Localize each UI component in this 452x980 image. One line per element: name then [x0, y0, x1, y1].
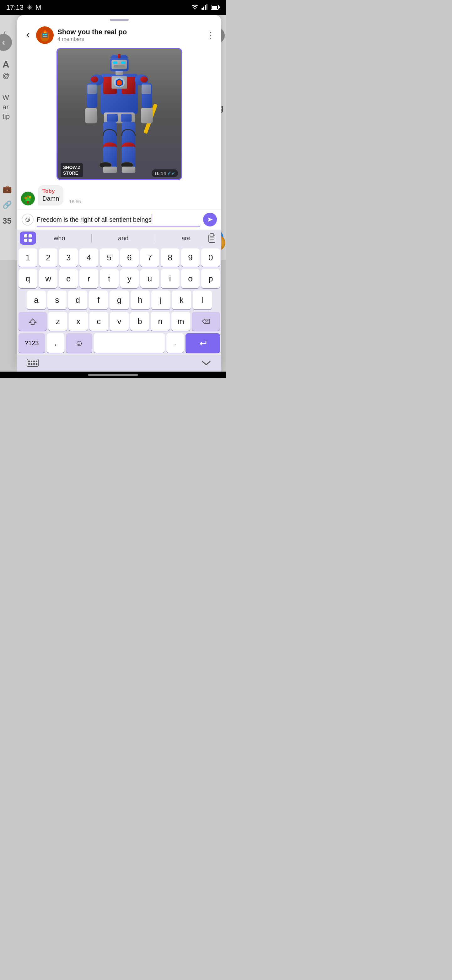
time: 17:13: [6, 3, 24, 12]
key-b[interactable]: b: [130, 312, 149, 331]
key-g[interactable]: g: [109, 291, 129, 309]
key-w[interactable]: w: [39, 269, 58, 288]
key-v[interactable]: v: [110, 312, 129, 331]
key-p[interactable]: p: [201, 269, 220, 288]
bg-briefcase: 💼: [3, 185, 12, 194]
shift-key[interactable]: [19, 312, 47, 331]
key-0[interactable]: 0: [201, 248, 220, 267]
key-c[interactable]: c: [89, 312, 108, 331]
modal-sheet: Show you the real po 4 members ⋮: [17, 15, 209, 372]
key-7[interactable]: 7: [140, 248, 159, 267]
keyboard-icon[interactable]: [27, 359, 39, 368]
sent-image: SHOW.Z STORE 16:14 ✓✓: [57, 48, 182, 180]
key-a[interactable]: a: [27, 291, 46, 309]
chat-title: Show you the real po: [57, 28, 205, 36]
suggest-and[interactable]: and: [116, 233, 131, 243]
sep2: [155, 234, 155, 242]
key-1[interactable]: 1: [19, 248, 37, 267]
key-i[interactable]: i: [161, 269, 179, 288]
svg-rect-78: [33, 363, 35, 365]
svg-rect-4: [206, 4, 208, 10]
svg-rect-50: [113, 61, 117, 64]
pull-handle[interactable]: [110, 19, 129, 21]
clipboard-button[interactable]: [205, 231, 219, 245]
grid-button[interactable]: [20, 231, 36, 245]
backspace-key[interactable]: [192, 312, 220, 331]
svg-rect-33: [141, 108, 152, 123]
key-m[interactable]: m: [171, 312, 190, 331]
svg-rect-7: [219, 6, 220, 8]
svg-point-61: [27, 196, 29, 197]
svg-point-60: [29, 196, 32, 199]
sep1: [91, 234, 92, 242]
status-bar: 17:13 ✳ M: [0, 0, 226, 15]
key-9[interactable]: 9: [181, 248, 200, 267]
key-u[interactable]: u: [140, 269, 159, 288]
key-o[interactable]: o: [181, 269, 200, 288]
key-8[interactable]: 8: [161, 248, 179, 267]
suggest-who[interactable]: who: [51, 233, 68, 243]
key-5[interactable]: 5: [100, 248, 119, 267]
toby-sender: Toby: [42, 188, 59, 194]
svg-rect-36: [121, 114, 132, 122]
svg-rect-68: [210, 237, 214, 238]
svg-rect-3: [205, 5, 206, 10]
bg-tip: tip: [3, 113, 10, 121]
svg-rect-75: [36, 361, 37, 362]
chevron-down-icon[interactable]: [201, 359, 212, 368]
signal-icon: [201, 3, 208, 12]
toby-time: 16:55: [69, 199, 81, 205]
period-key[interactable]: .: [167, 333, 184, 353]
toby-bubble[interactable]: Toby Damn: [38, 185, 63, 205]
svg-rect-79: [36, 363, 37, 365]
more-icon: ⋮: [206, 30, 215, 40]
svg-rect-77: [31, 363, 32, 365]
special-key[interactable]: ?123: [19, 333, 45, 353]
bg-link: 🔗: [3, 200, 12, 209]
emoji-key[interactable]: ☺: [66, 333, 93, 353]
key-j[interactable]: j: [151, 291, 170, 309]
svg-rect-6: [212, 6, 217, 9]
send-button[interactable]: [203, 213, 217, 226]
key-d[interactable]: d: [68, 291, 87, 309]
key-y[interactable]: y: [120, 269, 139, 288]
key-k[interactable]: k: [172, 291, 191, 309]
key-l[interactable]: l: [193, 291, 212, 309]
key-6[interactable]: 6: [120, 248, 139, 267]
key-4[interactable]: 4: [79, 248, 98, 267]
key-2[interactable]: 2: [39, 248, 58, 267]
enter-key[interactable]: [186, 333, 220, 353]
image-message[interactable]: SHOW.Z STORE 16:14 ✓✓: [57, 48, 182, 180]
svg-point-23: [91, 76, 98, 83]
more-button[interactable]: ⋮: [205, 30, 216, 41]
key-f[interactable]: f: [89, 291, 108, 309]
svg-rect-76: [28, 363, 30, 365]
key-q[interactable]: q: [19, 269, 37, 288]
suggest-are[interactable]: are: [179, 233, 193, 243]
chat-messages: SHOW.Z STORE 16:14 ✓✓: [17, 48, 221, 209]
svg-rect-64: [24, 239, 27, 242]
group-avatar: [36, 26, 54, 44]
text-input-wrapper: Freedom is the right of all sentient bei…: [37, 213, 200, 226]
keyboard-row3: z x c v b n m: [17, 311, 221, 332]
emoji-button[interactable]: ☺: [22, 213, 33, 226]
svg-rect-10: [42, 33, 48, 38]
key-e[interactable]: e: [59, 269, 78, 288]
key-n[interactable]: n: [151, 312, 170, 331]
key-r[interactable]: r: [79, 269, 98, 288]
svg-rect-72: [28, 361, 30, 362]
message-input[interactable]: Freedom is the right of all sentient bei…: [37, 213, 200, 225]
space-key[interactable]: [94, 333, 165, 353]
keyboard-suggestions: who and are: [17, 230, 221, 247]
key-t[interactable]: t: [100, 269, 119, 288]
key-x[interactable]: x: [69, 312, 87, 331]
back-button[interactable]: [22, 30, 33, 41]
svg-rect-28: [86, 108, 97, 123]
comma-key[interactable]: ,: [47, 333, 64, 353]
svg-rect-70: [210, 240, 213, 241]
key-3[interactable]: 3: [59, 248, 78, 267]
keyboard-row1: q w e r t y u i o p: [17, 268, 221, 289]
key-s[interactable]: s: [48, 291, 67, 309]
key-z[interactable]: z: [48, 312, 67, 331]
key-h[interactable]: h: [130, 291, 150, 309]
